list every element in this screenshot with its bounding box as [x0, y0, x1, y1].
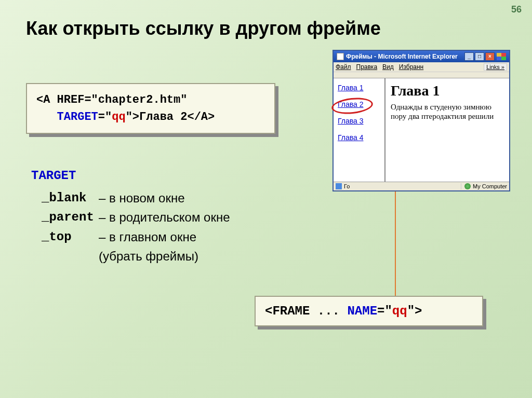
name-value: qq [392, 304, 407, 318]
target-keyword: TARGET [57, 111, 98, 123]
target-list: TARGET _blank – в новом окне _parent – в… [31, 166, 230, 266]
chapter-link-3[interactable]: Глава 3 [338, 117, 380, 125]
target-blank-desc: – в новом окне [99, 188, 184, 208]
minimize-button[interactable]: _ [464, 52, 474, 61]
frameset: Глава 1 Глава 2 Глава 3 Глава 4 Глава 1 … [334, 78, 509, 182]
code-box-anchor: <A HREF="chapter2.htm" TARGET="qq">Глава… [26, 83, 275, 134]
chapter-link-1[interactable]: Глава 1 [338, 84, 380, 92]
toolbar-separator [334, 72, 509, 78]
frame-rest: "> [407, 304, 422, 318]
highlight-circle [331, 96, 374, 116]
frame-code-p1: <FRAME ... [265, 304, 347, 318]
code-line1: <A HREF="chapter2.htm" [36, 93, 187, 106]
target-blank-key: _blank [31, 188, 99, 208]
windows-logo-icon [497, 53, 506, 60]
target-top-key: _top [31, 227, 99, 246]
menubar: Файл Правка Вид Избранн Links » [334, 62, 509, 72]
target-value: qq [112, 111, 125, 123]
titlebar: Фреймы - Microsoft Internet Explorer _ □… [334, 51, 509, 62]
status-right-text: My Computer [473, 183, 507, 189]
status-icon [336, 183, 342, 189]
statusbar: Го My Computer [334, 182, 509, 190]
links-toolbar[interactable]: Links » [484, 63, 507, 71]
menu-edit[interactable]: Правка [356, 63, 378, 71]
target-top-desc2: (убрать фреймы) [99, 246, 198, 266]
slide-title: Как открыть ссылку в другом фрейме [26, 18, 381, 39]
close-button[interactable]: × [485, 52, 495, 61]
page-icon [337, 53, 344, 60]
content-body: Однажды в студеную зимнюю пору два птеро… [391, 102, 504, 121]
name-keyword: NAME [347, 304, 377, 318]
menu-favorites[interactable]: Избранн [399, 63, 423, 71]
menu-file[interactable]: Файл [336, 63, 351, 71]
code-box-frame: <FRAME ... NAME="qq"> [255, 296, 483, 326]
target-empty-key [31, 246, 99, 266]
menu-view[interactable]: Вид [382, 63, 394, 71]
left-frame: Глава 1 Глава 2 Глава 3 Глава 4 [334, 78, 385, 182]
zone-icon [464, 183, 471, 189]
browser-window: Фреймы - Microsoft Internet Explorer _ □… [332, 50, 510, 191]
target-parent-key: _parent [31, 208, 99, 227]
right-frame: Глава 1 Однажды в студеную зимнюю пору д… [385, 78, 509, 182]
code-eq: =" [98, 111, 112, 123]
status-left-text: Го [344, 183, 350, 189]
target-parent-desc: – в родительском окне [99, 208, 230, 227]
frame-eq: =" [377, 304, 392, 318]
target-list-header: TARGET [31, 166, 230, 185]
window-title: Фреймы - Microsoft Internet Explorer [346, 53, 464, 60]
target-top-desc: – в главном окне [99, 227, 196, 246]
page-number: 56 [511, 4, 522, 15]
chapter-link-4[interactable]: Глава 4 [338, 133, 380, 142]
code-rest: ">Глава 2</A> [126, 111, 215, 123]
content-title: Глава 1 [391, 83, 504, 99]
maximize-button[interactable]: □ [475, 52, 484, 61]
